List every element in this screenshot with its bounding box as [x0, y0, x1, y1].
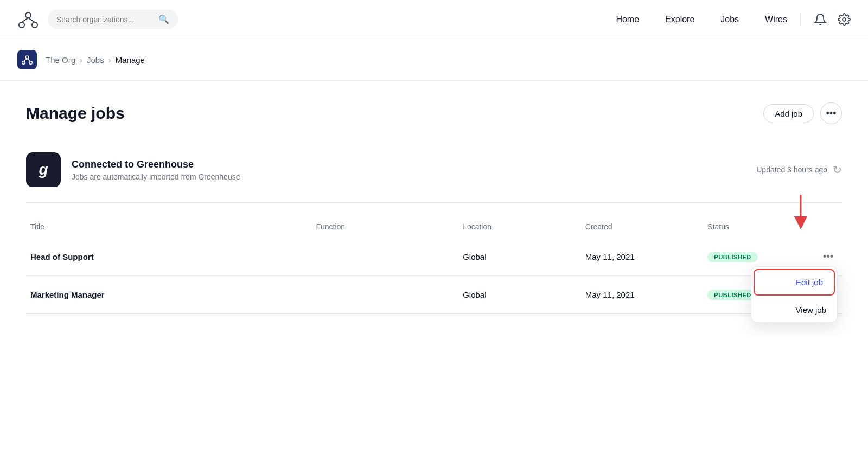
- svg-point-1: [19, 22, 24, 28]
- main-nav: Home Explore Jobs Wires: [616, 15, 787, 24]
- svg-point-0: [25, 12, 31, 18]
- status-badge-published-2: PUBLISHED: [707, 290, 758, 300]
- svg-line-3: [22, 18, 28, 22]
- greenhouse-title: Connected to Greenhouse: [72, 159, 240, 170]
- svg-point-6: [25, 56, 29, 59]
- greenhouse-right: Updated 3 hours ago ↻: [756, 163, 842, 176]
- dropdown-container-1[interactable]: ••• Edit job View job: [819, 249, 838, 265]
- greenhouse-left: g Connected to Greenhouse Jobs are autom…: [26, 152, 240, 187]
- svg-point-5: [843, 18, 846, 21]
- greenhouse-icon: g: [26, 152, 61, 187]
- job-actions-1[interactable]: ••• Edit job View job: [801, 238, 842, 276]
- table-body: Head of Support Global May 11, 2021 PUBL…: [26, 238, 842, 314]
- svg-point-2: [32, 22, 37, 28]
- col-location: Location: [458, 216, 581, 238]
- svg-line-10: [27, 59, 31, 61]
- svg-point-7: [22, 61, 25, 65]
- greenhouse-updated: Updated 3 hours ago: [756, 165, 827, 174]
- breadcrumb-jobs[interactable]: Jobs: [87, 55, 104, 65]
- nav-explore[interactable]: Explore: [665, 15, 694, 24]
- search-icon: 🔍: [158, 14, 169, 24]
- job-title-2: Marketing Manager: [26, 276, 311, 314]
- status-badge-published: PUBLISHED: [707, 252, 758, 262]
- add-job-button[interactable]: Add job: [763, 104, 814, 123]
- svg-line-9: [23, 59, 27, 61]
- page-title: Manage jobs: [26, 104, 125, 123]
- greenhouse-info: Connected to Greenhouse Jobs are automat…: [72, 159, 240, 181]
- nav-wires[interactable]: Wires: [765, 15, 787, 24]
- col-created: Created: [581, 216, 704, 238]
- breadcrumb: The Org › Jobs › Manage: [0, 39, 868, 81]
- breadcrumb-text: The Org › Jobs › Manage: [46, 55, 145, 65]
- search-input[interactable]: [56, 15, 154, 24]
- manage-actions: Add job •••: [763, 102, 842, 124]
- svg-line-4: [28, 18, 35, 22]
- header: 🔍 Home Explore Jobs Wires: [0, 0, 868, 39]
- dropdown-menu-1: Edit job View job: [751, 266, 838, 323]
- nav-jobs[interactable]: Jobs: [720, 15, 739, 24]
- more-options-icon: •••: [826, 108, 837, 119]
- breadcrumb-manage: Manage: [116, 55, 145, 65]
- breadcrumb-sep-1: ›: [80, 55, 82, 65]
- job-created-2: May 11, 2021: [581, 276, 704, 314]
- settings-button[interactable]: [838, 13, 851, 26]
- nav-home[interactable]: Home: [616, 15, 639, 24]
- col-title: Title: [26, 216, 311, 238]
- job-location-2: Global: [458, 276, 581, 314]
- col-actions: [801, 216, 842, 238]
- more-options-button[interactable]: •••: [820, 102, 842, 124]
- job-title-1: Head of Support: [26, 238, 311, 276]
- dropdown-highlight-box: Edit job: [754, 269, 835, 296]
- svg-point-8: [29, 61, 33, 65]
- jobs-table: Title Function Location Created Status H…: [26, 216, 842, 314]
- job-created-1: May 11, 2021: [581, 238, 704, 276]
- col-status: Status: [703, 216, 801, 238]
- search-container[interactable]: 🔍: [48, 10, 178, 29]
- col-function: Function: [311, 216, 458, 238]
- header-actions: [800, 13, 851, 26]
- job-function-1: [311, 238, 458, 276]
- breadcrumb-sep-2: ›: [108, 55, 111, 65]
- table-header: Title Function Location Created Status: [26, 216, 842, 238]
- breadcrumb-org[interactable]: The Org: [46, 55, 75, 65]
- greenhouse-banner: g Connected to Greenhouse Jobs are autom…: [26, 142, 842, 203]
- table-row: Marketing Manager Global May 11, 2021 PU…: [26, 276, 842, 314]
- table-row: Head of Support Global May 11, 2021 PUBL…: [26, 238, 842, 276]
- app-logo[interactable]: [17, 9, 39, 30]
- manage-header: Manage jobs Add job •••: [26, 102, 842, 124]
- job-location-1: Global: [458, 238, 581, 276]
- notifications-button[interactable]: [814, 13, 827, 26]
- breadcrumb-org-icon: [17, 50, 37, 69]
- main-content: Manage jobs Add job ••• g Connected to G…: [0, 81, 868, 336]
- job-function-2: [311, 276, 458, 314]
- greenhouse-subtitle: Jobs are automatically imported from Gre…: [72, 172, 240, 181]
- row-actions-button-1[interactable]: •••: [819, 249, 838, 265]
- dropdown-edit-job[interactable]: Edit job: [755, 270, 834, 294]
- refresh-icon[interactable]: ↻: [833, 163, 842, 176]
- dropdown-view-job[interactable]: View job: [751, 298, 837, 322]
